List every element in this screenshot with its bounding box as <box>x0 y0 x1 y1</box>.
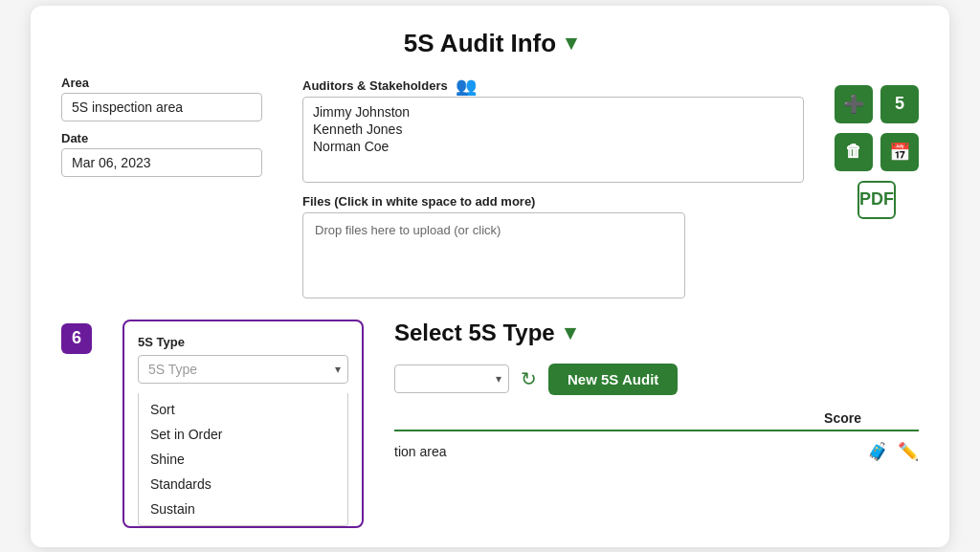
add-icon: ➕ <box>843 94 864 115</box>
score-label: Score <box>824 410 861 426</box>
row-icons: 🧳 ✏️ <box>867 441 919 462</box>
right-panel: Select 5S Type ▾ ▾ ↻ New 5S Audit Score <box>394 320 919 466</box>
select-type-chevron-icon[interactable]: ▾ <box>565 320 575 345</box>
select-type-title: Select 5S Type ▾ <box>394 320 919 346</box>
calendar-icon: 📅 <box>889 142 910 163</box>
five-s-icon: 5 <box>895 94 904 114</box>
calendar-button[interactable]: 📅 <box>880 133 919 171</box>
auditors-list[interactable]: Jimmy Johnston Kenneth Jones Norman Coe <box>302 97 804 183</box>
auditors-section: Auditors & Stakeholders 👥 Jimmy Johnston… <box>302 76 804 183</box>
five-s-type-select[interactable]: 5S Type Sort Set in Order Shine Standard… <box>138 355 348 384</box>
auditor-item-2: Kenneth Jones <box>313 121 793 138</box>
five-s-type-select-wrapper: 5S Type Sort Set in Order Shine Standard… <box>138 355 348 384</box>
refresh-icon: ↻ <box>521 368 537 389</box>
dropdown-item-set-in-order[interactable]: Set in Order <box>139 422 347 447</box>
auditor-item-3: Norman Coe <box>313 138 793 155</box>
top-section: Area Date Auditors & Stakeholders 👥 Jimm… <box>61 76 919 298</box>
action-row: ▾ ↻ New 5S Audit <box>394 364 919 395</box>
add-button[interactable]: ➕ <box>835 85 873 123</box>
briefcase-icon[interactable]: 🧳 <box>867 441 888 462</box>
table-row: tion area 🧳 ✏️ <box>394 437 919 466</box>
dropdown-item-shine[interactable]: Shine <box>139 447 347 472</box>
auditor-item-1: Jimmy Johnston <box>313 103 793 121</box>
dropdown-item-sort[interactable]: Sort <box>139 397 347 422</box>
title-chevron-icon[interactable]: ▾ <box>566 31 576 55</box>
page-title-row: 5S Audit Info ▾ <box>61 29 919 58</box>
bottom-section: 6 5S Type 5S Type Sort Set in Order Shin… <box>61 320 919 528</box>
area-label: Area <box>61 76 272 90</box>
row-text: tion area <box>394 444 446 459</box>
page-title: 5S Audit Info <box>404 29 556 58</box>
refresh-button[interactable]: ↻ <box>521 367 537 390</box>
step-badge: 6 <box>61 323 92 354</box>
date-input[interactable] <box>61 148 262 177</box>
icon-row-1: ➕ 5 <box>835 85 919 123</box>
five-s-button[interactable]: 5 <box>880 85 919 123</box>
main-card: 5S Audit Info ▾ Area Date Auditors & Sta… <box>31 6 949 547</box>
files-dropzone[interactable]: Drop files here to upload (or click) <box>302 212 685 298</box>
five-s-type-box: 5S Type 5S Type Sort Set in Order Shine … <box>122 320 364 528</box>
auditors-label: Auditors & Stakeholders 👥 <box>302 76 804 97</box>
files-label: Files (Click in white space to add more) <box>302 194 804 209</box>
delete-icon: 🗑 <box>845 142 862 162</box>
area-field: Area <box>61 76 272 121</box>
dropdown-item-sustain[interactable]: Sustain <box>139 497 347 521</box>
pdf-icon: PDF <box>859 189 894 210</box>
area-input[interactable] <box>61 93 262 121</box>
dropdown-list: Sort Set in Order Shine Standards Sustai… <box>138 393 348 526</box>
new-audit-button[interactable]: New 5S Audit <box>548 364 678 395</box>
action-select-wrapper: ▾ <box>394 364 509 393</box>
auditors-icon: 👥 <box>456 76 477 97</box>
dropdown-item-standards[interactable]: Standards <box>139 472 347 497</box>
action-select[interactable] <box>394 364 509 393</box>
left-col: Area Date <box>61 76 272 177</box>
delete-button[interactable]: 🗑 <box>835 133 873 171</box>
date-label: Date <box>61 131 272 145</box>
edit-icon[interactable]: ✏️ <box>898 441 919 462</box>
files-section: Files (Click in white space to add more)… <box>302 194 804 298</box>
right-col: ➕ 5 🗑 📅 PDF <box>835 76 919 219</box>
pdf-button[interactable]: PDF <box>858 181 896 219</box>
date-field: Date <box>61 131 272 177</box>
five-s-type-label: 5S Type <box>138 335 348 349</box>
icon-row-3: PDF <box>858 181 896 219</box>
icon-row-2: 🗑 📅 <box>835 133 919 171</box>
middle-col: Auditors & Stakeholders 👥 Jimmy Johnston… <box>302 76 804 298</box>
score-header: Score <box>394 410 919 431</box>
